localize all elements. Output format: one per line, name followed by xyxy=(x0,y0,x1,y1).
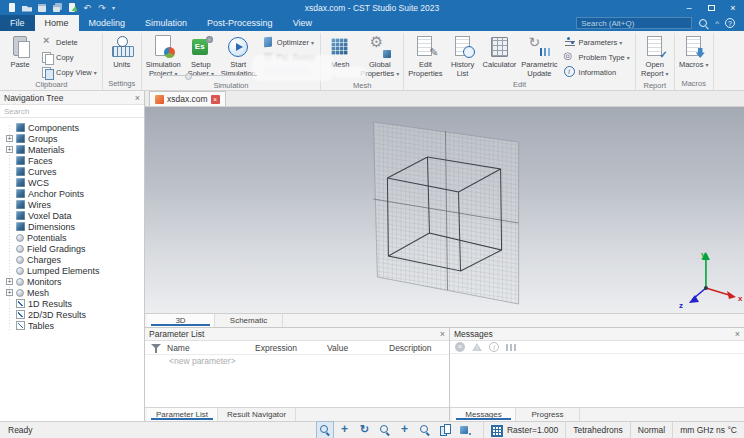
button-paste[interactable]: Paste xyxy=(3,33,37,79)
chart-icon xyxy=(16,299,25,308)
tree-item-2d-3d-results[interactable]: 2D/3D Results xyxy=(4,309,144,320)
button-units[interactable]: Units xyxy=(105,33,139,78)
close-icon[interactable]: × xyxy=(735,329,740,339)
expand-icon[interactable]: + xyxy=(6,278,13,285)
search-input[interactable] xyxy=(576,17,692,29)
zoom-icon[interactable] xyxy=(419,424,431,436)
close-button[interactable]: × xyxy=(722,0,744,15)
info-filter-icon[interactable] xyxy=(489,342,499,352)
expand-icon[interactable]: + xyxy=(6,146,13,153)
viewport-3d[interactable]: y x z xyxy=(145,107,744,313)
save-all-icon[interactable] xyxy=(52,3,62,13)
tree-item-wires[interactable]: Wires xyxy=(4,199,144,210)
zoom-select-icon[interactable] xyxy=(319,424,331,436)
panel-tab-parameter-list[interactable]: Parameter List xyxy=(147,408,218,421)
ribbon-group-label: Settings xyxy=(105,78,139,90)
minimize-button[interactable]: – xyxy=(678,0,700,15)
copy-view-icon xyxy=(41,66,53,78)
button-optimizer[interactable]: Optimizer▾ xyxy=(259,35,318,49)
tree-item-lumped-elements[interactable]: Lumped Elements xyxy=(4,265,144,276)
viewport-tab-3d[interactable]: 3D xyxy=(147,314,215,327)
panel-tab-progress[interactable]: Progress xyxy=(516,408,580,421)
button-copy[interactable]: Copy xyxy=(38,50,100,64)
tree-item-wcs[interactable]: WCS xyxy=(4,177,144,188)
tree-item-field-gradings[interactable]: Field Gradings xyxy=(4,243,144,254)
new-parameter-row[interactable]: <new parameter> xyxy=(145,355,449,367)
button-delete[interactable]: Delete xyxy=(38,35,100,49)
close-icon[interactable]: × xyxy=(440,329,445,339)
edit-properties-icon xyxy=(412,35,438,58)
button-copy-view[interactable]: Copy View▾ xyxy=(38,65,100,79)
tree-item-anchor-points[interactable]: Anchor Points xyxy=(4,188,144,199)
tree-item-materials[interactable]: +Materials xyxy=(4,144,144,155)
tree-item-faces[interactable]: Faces xyxy=(4,155,144,166)
menu-tab-simulation[interactable]: Simulation xyxy=(135,15,197,31)
viewport-tab-schematic[interactable]: Schematic xyxy=(215,314,283,327)
tree-item-dimensions[interactable]: Dimensions xyxy=(4,221,144,232)
new-file-icon[interactable] xyxy=(7,3,17,13)
tree-item-1d-results[interactable]: 1D Results xyxy=(4,298,144,309)
panel-tab-messages[interactable]: Messages xyxy=(452,408,516,421)
tree-item-monitors[interactable]: +Monitors xyxy=(4,276,144,287)
button-problem-type[interactable]: Problem Type▾ xyxy=(561,50,633,64)
rotate-icon[interactable] xyxy=(359,424,371,436)
menu-tab-home[interactable]: Home xyxy=(35,15,79,31)
chevron-down-icon: ▾ xyxy=(706,62,709,68)
expand-icon[interactable]: + xyxy=(6,289,13,296)
tree-item-groups[interactable]: +Groups xyxy=(4,133,144,144)
navigation-tree-title: Navigation Tree xyxy=(4,93,64,103)
open-file-icon[interactable] xyxy=(22,3,32,13)
document-tab[interactable]: xsdax.com × xyxy=(149,91,226,106)
columns-icon[interactable] xyxy=(506,342,516,352)
tree-item-mesh[interactable]: +Mesh xyxy=(4,287,144,298)
filter-icon[interactable] xyxy=(150,342,162,354)
errors-filter-icon[interactable] xyxy=(455,342,465,352)
menu-tab-file[interactable]: File xyxy=(0,15,35,31)
bounding-box-icon[interactable] xyxy=(459,424,471,436)
move-icon[interactable] xyxy=(399,424,411,436)
tree-item-voxel-data[interactable]: Voxel Data xyxy=(4,210,144,221)
tree-search-input[interactable] xyxy=(0,105,144,118)
zoom-lasso-icon[interactable] xyxy=(379,424,391,436)
warnings-filter-icon[interactable] xyxy=(472,342,482,352)
viewport-3d-canvas[interactable]: y x z xyxy=(145,107,744,313)
search-icon[interactable] xyxy=(698,18,709,29)
tree-item-curves[interactable]: Curves xyxy=(4,166,144,177)
menu-tab-view[interactable]: View xyxy=(283,15,322,31)
tree-item-tables[interactable]: Tables xyxy=(4,320,144,331)
windows-icon[interactable] xyxy=(439,424,451,436)
tree-item-charges[interactable]: Charges xyxy=(4,254,144,265)
open-report-icon xyxy=(642,35,668,58)
tree-item-components[interactable]: Components xyxy=(4,122,144,133)
parameter-list-panel: Parameter List × NameExpressionValueDesc… xyxy=(145,328,450,421)
redo-icon[interactable]: ↷ xyxy=(97,3,107,13)
button-parameters[interactable]: Parameters▾ xyxy=(561,35,633,49)
button-edit-properties[interactable]: EditProperties xyxy=(406,33,444,79)
button-history-list[interactable]: HistoryList xyxy=(446,33,480,79)
button-information[interactable]: Information xyxy=(561,65,633,79)
cube-icon xyxy=(16,156,25,165)
button-calculator[interactable]: Calculator xyxy=(481,33,519,79)
close-tab-icon[interactable]: × xyxy=(211,95,220,104)
menu-bar: FileHomeModelingSimulationPost-Processin… xyxy=(0,15,744,31)
undo-icon[interactable]: ↶ xyxy=(82,3,92,13)
save-icon[interactable] xyxy=(37,3,47,13)
menu-tab-post-processing[interactable]: Post-Processing xyxy=(197,15,283,31)
qat-customize-icon[interactable]: ▾ xyxy=(112,4,115,11)
tree-item-potentials[interactable]: Potentials xyxy=(4,232,144,243)
menu-right: ^ ? xyxy=(576,15,744,31)
button-parametric-update[interactable]: ParametricUpdate xyxy=(519,33,559,79)
expand-icon[interactable]: + xyxy=(6,135,13,142)
button-open-report[interactable]: OpenReport▾ xyxy=(638,33,672,80)
pan-icon[interactable] xyxy=(339,424,351,436)
button-macros[interactable]: Macros▾ xyxy=(677,33,711,78)
help-icon[interactable]: ? xyxy=(725,18,735,28)
close-icon[interactable]: × xyxy=(135,93,140,103)
button-simulation-project[interactable]: SimulationProject▾ xyxy=(144,33,183,80)
menu-tab-modeling[interactable]: Modeling xyxy=(79,15,136,31)
import-export-icon[interactable] xyxy=(67,3,77,13)
axes-triad: y x z xyxy=(679,250,743,310)
collapse-ribbon-icon[interactable]: ^ xyxy=(715,19,719,28)
panel-tab-result-navigator[interactable]: Result Navigator xyxy=(218,408,296,421)
maximize-button[interactable] xyxy=(700,0,722,15)
